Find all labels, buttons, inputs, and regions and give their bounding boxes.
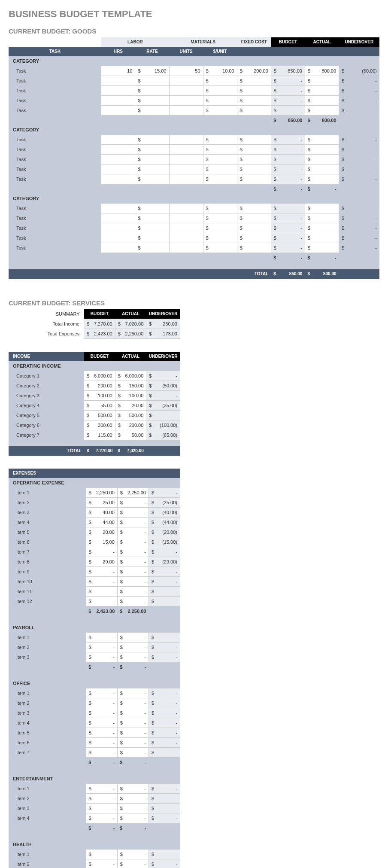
- money-cell[interactable]: $-: [86, 547, 117, 557]
- value-cell[interactable]: [101, 106, 135, 116]
- value-cell[interactable]: [101, 96, 135, 106]
- money-cell[interactable]: $: [135, 213, 169, 223]
- money-cell[interactable]: $-: [117, 587, 149, 597]
- money-cell[interactable]: $44.00: [86, 518, 117, 527]
- money-cell[interactable]: $-: [117, 738, 149, 748]
- money-cell[interactable]: $-: [86, 804, 117, 813]
- money-cell[interactable]: $: [135, 233, 169, 243]
- value-cell[interactable]: [101, 86, 135, 96]
- value-cell[interactable]: [101, 155, 135, 164]
- money-cell[interactable]: $: [135, 106, 169, 116]
- money-cell[interactable]: $-: [86, 688, 117, 698]
- money-cell[interactable]: $100.00: [115, 391, 146, 401]
- money-cell[interactable]: $: [305, 96, 339, 106]
- money-cell[interactable]: $: [305, 155, 339, 164]
- value-cell[interactable]: [101, 233, 135, 243]
- money-cell[interactable]: $-: [117, 577, 149, 587]
- money-cell[interactable]: $: [203, 213, 237, 223]
- money-cell[interactable]: $: [237, 164, 271, 174]
- value-cell[interactable]: [169, 155, 203, 164]
- money-cell[interactable]: $20.00: [115, 401, 146, 411]
- money-cell[interactable]: $-: [86, 567, 117, 577]
- money-cell[interactable]: $-: [86, 748, 117, 758]
- money-cell[interactable]: $: [237, 106, 271, 116]
- money-cell[interactable]: $: [237, 155, 271, 164]
- value-cell[interactable]: [101, 164, 135, 174]
- money-cell[interactable]: $-: [86, 728, 117, 738]
- money-cell[interactable]: $29.00: [86, 557, 117, 567]
- money-cell[interactable]: $: [135, 86, 169, 96]
- money-cell[interactable]: $150.00: [115, 381, 146, 391]
- value-cell[interactable]: [101, 174, 135, 184]
- money-cell[interactable]: $-: [86, 813, 117, 823]
- value-cell[interactable]: 10: [101, 66, 135, 76]
- money-cell[interactable]: $200.00: [237, 66, 271, 76]
- money-cell[interactable]: $-: [117, 518, 149, 527]
- money-cell[interactable]: $-: [117, 718, 149, 728]
- money-cell[interactable]: $-: [86, 859, 117, 868]
- money-cell[interactable]: $-: [86, 577, 117, 587]
- money-cell[interactable]: $: [305, 135, 339, 145]
- value-cell[interactable]: [101, 145, 135, 155]
- money-cell[interactable]: $: [203, 96, 237, 106]
- money-cell[interactable]: $: [135, 164, 169, 174]
- money-cell[interactable]: $800.00: [305, 66, 339, 76]
- money-cell[interactable]: $: [237, 135, 271, 145]
- value-cell[interactable]: [101, 204, 135, 213]
- money-cell[interactable]: $300.00: [84, 420, 115, 430]
- money-cell[interactable]: $: [135, 135, 169, 145]
- money-cell[interactable]: $: [237, 223, 271, 233]
- money-cell[interactable]: $-: [117, 708, 149, 718]
- money-cell[interactable]: $-: [117, 597, 149, 606]
- money-cell[interactable]: $-: [86, 784, 117, 794]
- money-cell[interactable]: $: [203, 204, 237, 213]
- money-cell[interactable]: $-: [86, 708, 117, 718]
- money-cell[interactable]: $25.00: [86, 498, 117, 508]
- money-cell[interactable]: $40.00: [86, 508, 117, 518]
- money-cell[interactable]: $: [203, 174, 237, 184]
- value-cell[interactable]: [169, 164, 203, 174]
- money-cell[interactable]: $-: [117, 804, 149, 813]
- value-cell[interactable]: [169, 174, 203, 184]
- money-cell[interactable]: $-: [86, 652, 117, 662]
- money-cell[interactable]: $: [135, 76, 169, 86]
- money-cell[interactable]: $-: [117, 794, 149, 804]
- value-cell[interactable]: [169, 243, 203, 253]
- money-cell[interactable]: $-: [86, 850, 117, 859]
- money-cell[interactable]: $-: [86, 794, 117, 804]
- value-cell[interactable]: [169, 213, 203, 223]
- value-cell[interactable]: [169, 86, 203, 96]
- money-cell[interactable]: $: [237, 86, 271, 96]
- money-cell[interactable]: $: [237, 76, 271, 86]
- money-cell[interactable]: $200.00: [84, 381, 115, 391]
- money-cell[interactable]: $-: [117, 557, 149, 567]
- value-cell[interactable]: [169, 233, 203, 243]
- value-cell[interactable]: 50: [169, 66, 203, 76]
- money-cell[interactable]: $-: [86, 738, 117, 748]
- money-cell[interactable]: $-: [86, 587, 117, 597]
- money-cell[interactable]: $: [237, 204, 271, 213]
- money-cell[interactable]: $-: [117, 508, 149, 518]
- money-cell[interactable]: $: [203, 155, 237, 164]
- money-cell[interactable]: $: [203, 243, 237, 253]
- money-cell[interactable]: $: [135, 155, 169, 164]
- money-cell[interactable]: $: [203, 86, 237, 96]
- money-cell[interactable]: $: [203, 164, 237, 174]
- money-cell[interactable]: $: [305, 223, 339, 233]
- value-cell[interactable]: [101, 76, 135, 86]
- money-cell[interactable]: $: [203, 76, 237, 86]
- money-cell[interactable]: $: [203, 135, 237, 145]
- money-cell[interactable]: $: [237, 243, 271, 253]
- money-cell[interactable]: $-: [117, 567, 149, 577]
- money-cell[interactable]: $115.00: [84, 430, 115, 440]
- value-cell[interactable]: [169, 135, 203, 145]
- money-cell[interactable]: $-: [86, 718, 117, 728]
- money-cell[interactable]: $: [305, 204, 339, 213]
- money-cell[interactable]: $: [305, 76, 339, 86]
- money-cell[interactable]: $-: [117, 537, 149, 547]
- money-cell[interactable]: $2,250.00: [117, 488, 149, 498]
- money-cell[interactable]: $: [135, 223, 169, 233]
- money-cell[interactable]: $: [305, 106, 339, 116]
- money-cell[interactable]: $-: [117, 748, 149, 758]
- money-cell[interactable]: $50.00: [115, 430, 146, 440]
